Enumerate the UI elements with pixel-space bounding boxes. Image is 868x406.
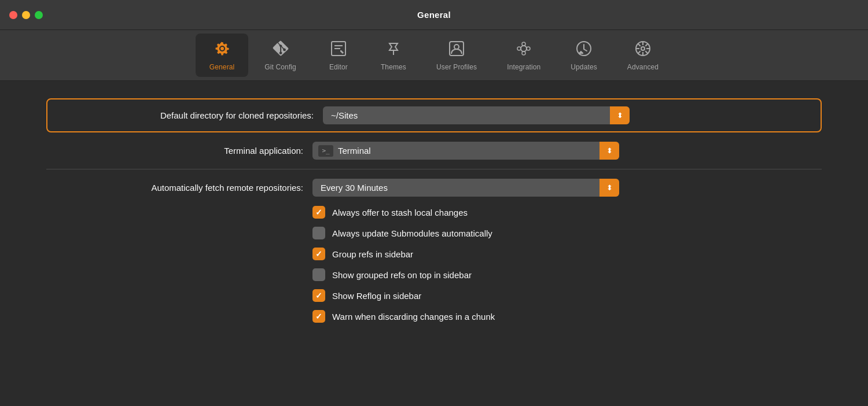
- tab-git-config[interactable]: Git Config: [251, 34, 310, 77]
- svg-point-5: [454, 45, 459, 49]
- svg-line-19: [638, 43, 641, 46]
- terminal-select-wrapper: >_ Terminal iTerm2 Hyper ⬍: [312, 142, 619, 160]
- git-icon: [272, 40, 289, 60]
- svg-line-21: [645, 43, 648, 46]
- checkbox-row-group-refs: ✓ Group refs in sidebar: [312, 248, 822, 260]
- group-refs-checkbox[interactable]: ✓: [312, 248, 325, 260]
- close-button[interactable]: [9, 11, 17, 19]
- stash-checkbox[interactable]: ✓: [312, 206, 325, 219]
- user-profiles-icon: [448, 40, 465, 60]
- main-content: Default directory for cloned repositorie…: [0, 81, 868, 340]
- grouped-top-checkbox[interactable]: [312, 268, 325, 281]
- checkboxes-section: ✓ Always offer to stash local changes Al…: [46, 206, 822, 323]
- svg-line-20: [645, 51, 648, 53]
- tab-editor[interactable]: Editor: [312, 34, 365, 77]
- fetch-select-wrapper: Every 30 Minutes Every 5 Minutes Every 1…: [312, 179, 619, 197]
- checkbox-row-submodules: Always update Submodules automatically: [312, 227, 822, 239]
- window-title: General: [417, 10, 451, 20]
- svg-point-14: [641, 47, 645, 50]
- editor-icon: [330, 40, 347, 60]
- terminal-label: Terminal application:: [46, 146, 312, 156]
- default-directory-select[interactable]: ~/Sites ~/Documents ~/Desktop: [323, 106, 630, 124]
- stash-label: Always offer to stash local changes: [332, 208, 468, 217]
- tab-general-label: General: [209, 63, 235, 71]
- divider: [46, 169, 822, 169]
- terminal-row: Terminal application: >_ Terminal iTerm2…: [46, 142, 822, 160]
- checkmark-icon: ✓: [315, 250, 322, 258]
- tab-general[interactable]: General: [196, 34, 249, 77]
- tab-user-profiles[interactable]: User Profiles: [422, 34, 491, 77]
- grouped-top-label: Show grouped refs on top in sidebar: [332, 270, 472, 280]
- fetch-label: Automatically fetch remote repositories:: [46, 183, 312, 193]
- tab-updates-label: Updates: [571, 63, 597, 71]
- themes-icon: [385, 40, 402, 60]
- default-directory-select-wrapper: ~/Sites ~/Documents ~/Desktop ⬍: [323, 106, 630, 124]
- checkbox-row-reflog: ✓ Show Reflog in sidebar: [312, 289, 822, 302]
- default-directory-label: Default directory for cloned repositorie…: [57, 110, 323, 120]
- fetch-row: Automatically fetch remote repositories:…: [46, 179, 822, 197]
- titlebar: General: [0, 0, 868, 30]
- discard-warn-label: Warn when discarding changes in a chunk: [332, 312, 495, 322]
- checkbox-row-stash: ✓ Always offer to stash local changes: [312, 206, 822, 219]
- checkbox-row-grouped-top: Show grouped refs on top in sidebar: [312, 268, 822, 281]
- terminal-select[interactable]: Terminal iTerm2 Hyper: [312, 142, 619, 160]
- maximize-button[interactable]: [35, 11, 43, 19]
- tab-git-config-label: Git Config: [264, 63, 296, 71]
- reflog-label: Show Reflog in sidebar: [332, 291, 421, 301]
- checkmark-icon: ✓: [315, 208, 322, 216]
- minimize-button[interactable]: [22, 11, 30, 19]
- gear-icon: [214, 40, 231, 60]
- updates-icon: [575, 40, 593, 60]
- traffic-lights: [9, 11, 43, 19]
- checkbox-row-discard-warn: ✓ Warn when discarding changes in a chun…: [312, 310, 822, 323]
- checkmark-icon: ✓: [315, 312, 322, 320]
- tab-integration-label: Integration: [507, 63, 540, 71]
- tab-editor-label: Editor: [329, 63, 348, 71]
- submodules-label: Always update Submodules automatically: [332, 228, 492, 238]
- tab-user-profiles-label: User Profiles: [436, 63, 477, 71]
- svg-point-6: [521, 46, 527, 51]
- integration-icon: [515, 40, 532, 60]
- tab-themes[interactable]: Themes: [367, 34, 420, 77]
- discard-warn-checkbox[interactable]: ✓: [312, 310, 325, 323]
- reflog-checkbox[interactable]: ✓: [312, 289, 325, 302]
- fetch-select[interactable]: Every 30 Minutes Every 5 Minutes Every 1…: [312, 179, 619, 197]
- checkmark-icon: ✓: [315, 291, 322, 300]
- svg-line-22: [638, 51, 641, 53]
- toolbar: General Git Config Editor Themes: [0, 30, 868, 81]
- tab-themes-label: Themes: [381, 63, 406, 71]
- tab-advanced-label: Advanced: [627, 63, 659, 71]
- tab-integration[interactable]: Integration: [493, 34, 554, 77]
- default-directory-row: Default directory for cloned repositorie…: [46, 98, 822, 132]
- advanced-icon: [634, 40, 652, 60]
- submodules-checkbox[interactable]: [312, 227, 325, 239]
- group-refs-label: Group refs in sidebar: [332, 249, 413, 259]
- tab-updates[interactable]: Updates: [557, 34, 611, 77]
- tab-advanced[interactable]: Advanced: [613, 34, 672, 77]
